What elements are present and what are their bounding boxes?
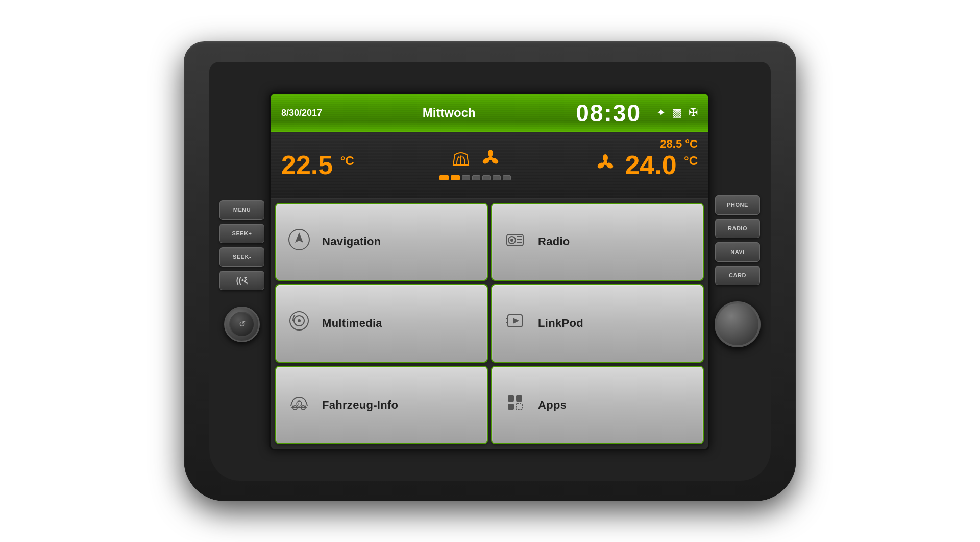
temp-left-value: 22.5 <box>281 150 333 180</box>
fahrzeug-info-button[interactable]: i Fahrzeug-Info <box>275 366 488 444</box>
multimedia-icon <box>286 310 312 337</box>
fan-seg-5 <box>482 175 491 180</box>
radio-hw-button[interactable]: RADIO <box>715 219 760 238</box>
status-icons: ✦ ▩ ✠ <box>656 106 698 120</box>
svg-point-7 <box>597 161 605 170</box>
defrost-icon <box>451 150 471 171</box>
multimedia-label: Multimedia <box>322 317 382 330</box>
svg-point-12 <box>510 239 513 242</box>
svg-point-5 <box>603 154 608 161</box>
seek-plus-button[interactable]: SEEK+ <box>219 224 264 243</box>
climate-icons <box>451 149 500 171</box>
right-controls: PHONE RADIO NAVI CARD <box>715 195 761 347</box>
phone-button[interactable]: PHONE <box>715 195 760 215</box>
temp-top-value: 28.5 <box>660 137 682 150</box>
svg-point-18 <box>298 319 301 322</box>
svg-marker-9 <box>295 232 303 243</box>
apps-icon <box>502 391 528 418</box>
temp-top-unit: °C <box>685 137 698 150</box>
navigation-icon <box>286 228 312 255</box>
svg-rect-29 <box>508 404 514 410</box>
temp-left-unit: °C <box>340 153 354 167</box>
temp-right-unit: °C <box>684 153 698 167</box>
temp-top-right: 28.5 °C <box>660 137 698 151</box>
fahrzeug-info-label: Fahrzeug-Info <box>322 398 398 412</box>
usb-icon: ✠ <box>689 106 698 120</box>
fan-seg-1 <box>439 175 449 180</box>
knob-inner: ↺ <box>229 312 255 337</box>
left-controls: MENU SEEK+ SEEK- ((•ξ ↺ <box>219 200 264 342</box>
svg-rect-27 <box>508 395 514 402</box>
status-day: Mittwoch <box>423 106 476 120</box>
svg-point-1 <box>488 150 493 157</box>
fan-icon <box>481 149 500 171</box>
volume-knob[interactable] <box>715 301 761 347</box>
card-button[interactable]: CARD <box>715 266 760 285</box>
temp-right: 24.0 °C <box>625 150 698 180</box>
status-bar: 8/30/2017 Mittwoch 08:30 ✦ ▩ ✠ <box>271 94 708 132</box>
status-date: 8/30/2017 <box>281 108 322 119</box>
radio-label: Radio <box>538 235 570 248</box>
svg-point-4 <box>603 161 607 165</box>
navi-button[interactable]: NAVI <box>715 242 760 262</box>
voice-icon: ((•ξ <box>236 276 248 285</box>
head-unit: MENU SEEK+ SEEK- ((•ξ ↺ 8/30/20 <box>184 41 796 501</box>
status-time: 08:30 <box>576 99 641 127</box>
apps-label: Apps <box>538 398 567 412</box>
climate-panel: 28.5 °C 22.5 °C <box>271 132 708 199</box>
fan-speed-bar <box>439 175 511 180</box>
linkpod-icon <box>502 310 528 337</box>
menu-grid: Navigation <box>271 199 708 449</box>
linkpod-label: LinkPod <box>538 317 583 330</box>
fan-seg-3 <box>462 175 470 180</box>
svg-marker-20 <box>513 318 519 324</box>
fan-seg-6 <box>493 175 501 180</box>
media-icon: ▩ <box>672 106 682 120</box>
right-knob-area <box>715 301 761 347</box>
temp-left: 22.5 °C <box>281 150 354 180</box>
menu-button[interactable]: MENU <box>219 200 264 220</box>
fan-right-icon <box>596 154 615 176</box>
svg-point-25 <box>297 401 302 406</box>
apps-button[interactable]: Apps <box>491 366 704 444</box>
voice-button[interactable]: ((•ξ <box>219 271 264 290</box>
radio-icon <box>502 228 528 255</box>
left-knob[interactable]: ↺ <box>224 307 260 342</box>
multimedia-button[interactable]: Multimedia <box>275 284 488 363</box>
fahrzeug-info-icon: i <box>286 391 312 418</box>
temp-right-value: 24.0 <box>625 150 676 180</box>
fan-seg-4 <box>472 175 480 180</box>
fan-seg-2 <box>451 175 460 180</box>
navigation-label: Navigation <box>322 235 381 248</box>
left-knob-area: ↺ <box>224 307 260 342</box>
linkpod-button[interactable]: LinkPod <box>491 284 704 363</box>
svg-text:i: i <box>298 402 299 406</box>
unit-inner: MENU SEEK+ SEEK- ((•ξ ↺ 8/30/20 <box>209 62 771 481</box>
fan-seg-7 <box>503 175 511 180</box>
svg-rect-28 <box>516 395 522 402</box>
main-screen: 8/30/2017 Mittwoch 08:30 ✦ ▩ ✠ 28.5 °C <box>271 94 708 449</box>
svg-point-6 <box>605 161 614 170</box>
bluetooth-icon: ✦ <box>656 106 666 120</box>
svg-rect-30 <box>516 404 522 410</box>
navigation-button[interactable]: Navigation <box>275 203 488 281</box>
screen-wrapper: 8/30/2017 Mittwoch 08:30 ✦ ▩ ✠ 28.5 °C <box>270 92 709 450</box>
climate-center <box>354 149 597 180</box>
seek-minus-button[interactable]: SEEK- <box>219 247 264 267</box>
radio-button[interactable]: Radio <box>491 203 704 281</box>
back-icon: ↺ <box>239 319 246 329</box>
